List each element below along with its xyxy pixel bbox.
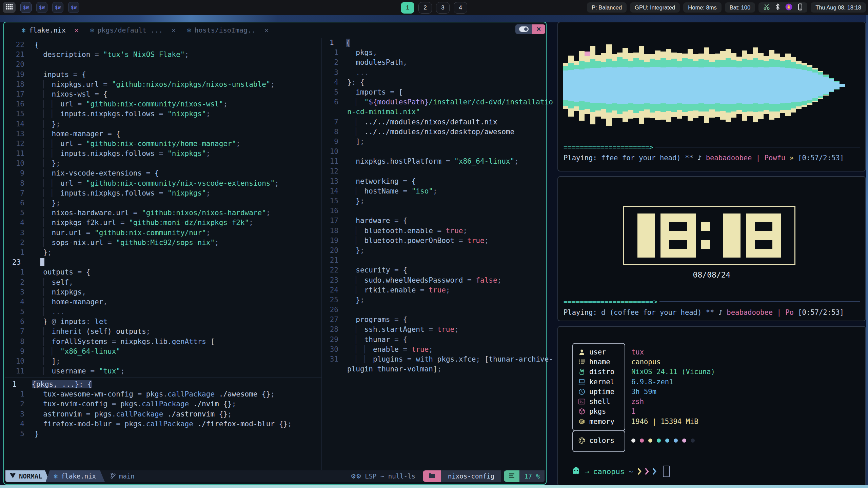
statusline: NORMAL ❄ flake.nix main ⚙⚙ LSP ~ null-l bbox=[5, 470, 545, 482]
vertical-split-divider[interactable] bbox=[321, 38, 322, 470]
fetch-label: user bbox=[589, 348, 606, 356]
code-line: 14 ▏ }; bbox=[9, 119, 320, 129]
date-label: 08/08/24 bbox=[558, 270, 865, 279]
code-line: 21 bbox=[327, 256, 546, 265]
app-launcher-button[interactable] bbox=[3, 2, 16, 13]
player-separator: =====================> bbox=[564, 143, 860, 151]
bluetooth-icon[interactable] bbox=[775, 3, 780, 12]
line-number: 3 bbox=[327, 68, 342, 78]
scissors-icon[interactable] bbox=[763, 3, 770, 12]
phone-icon[interactable] bbox=[798, 3, 803, 12]
line-number: 16 bbox=[327, 206, 342, 216]
palette-dots bbox=[631, 435, 695, 445]
window-close-button[interactable]: × bbox=[532, 24, 545, 34]
fetch-label: memory bbox=[589, 418, 614, 426]
code-pane-bottom[interactable]: 1{pkgs, ...}: {1 tux-awesome-wm-config =… bbox=[9, 380, 320, 439]
workspace-badge[interactable]: $W bbox=[68, 2, 79, 13]
status-pill: Home: 8ms bbox=[683, 2, 721, 13]
prompt-host: canopus bbox=[593, 467, 625, 476]
line-number: 14 bbox=[327, 186, 342, 196]
fetch-value-memory: 1946 | 15394 MiB bbox=[631, 416, 698, 426]
code-line: 25 }; bbox=[327, 295, 546, 305]
shell-prompt[interactable]: → canopus ~ bbox=[572, 466, 670, 477]
git-branch[interactable]: main bbox=[110, 472, 135, 480]
line-number bbox=[327, 107, 342, 117]
code-pane-right[interactable]: 1{1 pkgs,2 modulesPath,3 ...4}: {5 impor… bbox=[327, 38, 546, 374]
line-number: 22 bbox=[327, 265, 342, 275]
code-line: 7 ▏ ▏ inputs.nixpkgs.follows = "nixpkgs"… bbox=[9, 188, 320, 198]
tab-close-icon[interactable]: × bbox=[264, 26, 269, 34]
line-number: 4 bbox=[9, 419, 30, 429]
line-number: 7 bbox=[327, 117, 342, 127]
tab-pkgs-default-[interactable]: ❄pkgs/default ...× bbox=[90, 26, 176, 34]
line-number: 2 bbox=[9, 399, 30, 409]
tag-4[interactable]: 4 bbox=[454, 2, 467, 14]
chevron-icon bbox=[637, 468, 642, 475]
line-number: 9 bbox=[9, 347, 30, 357]
code-line: 31 ▏ ▏ plugins = with pkgs.xfce; [thunar… bbox=[327, 354, 546, 364]
file-segment[interactable]: ❄ flake.nix bbox=[46, 470, 105, 482]
line-number: 3 bbox=[9, 409, 30, 419]
code-line: 9 ]; bbox=[327, 137, 546, 147]
code-line: 11 ▏ username = "tux"; bbox=[9, 366, 320, 376]
fetch-value-shell: zsh bbox=[631, 397, 644, 407]
line-number: 29 bbox=[327, 335, 342, 345]
line-number: 18 bbox=[9, 80, 30, 89]
line-number: 26 bbox=[327, 305, 342, 315]
fetch-row-pkgs: pkgs bbox=[578, 407, 606, 416]
line-number: 11 bbox=[327, 157, 342, 166]
line-number: 4 bbox=[9, 218, 30, 228]
palette-dot bbox=[640, 439, 644, 443]
project-label: nixos-config bbox=[448, 472, 494, 480]
wallpaper-bottom-band bbox=[0, 485, 868, 488]
project-name-segment[interactable]: nixos-config bbox=[441, 470, 501, 482]
user-icon bbox=[578, 349, 586, 355]
line-number: 7 bbox=[9, 188, 30, 198]
top-bar-left: $W$W$W$W bbox=[3, 0, 79, 15]
horizontal-split-divider[interactable] bbox=[5, 377, 321, 378]
window-toggle-button[interactable] bbox=[515, 24, 532, 34]
code-line: 12 bbox=[327, 166, 546, 176]
code-line: 27 programs = { bbox=[327, 315, 546, 325]
fetch-value-pkgs: 1 bbox=[631, 407, 635, 416]
tab-hosts-isoImag-[interactable]: ❄hosts/isoImag..× bbox=[187, 26, 269, 34]
topbar-clock: Thu Aug 08, 18:18 bbox=[815, 4, 861, 11]
fetch-label: hname bbox=[589, 358, 610, 366]
file-label: flake.nix bbox=[61, 472, 96, 480]
fetch-row-memory: memory bbox=[578, 416, 614, 426]
palette-dot bbox=[648, 439, 652, 443]
flame-icon[interactable] bbox=[785, 3, 792, 12]
line-number bbox=[327, 364, 342, 374]
code-line: 3 ▏ nixpkgs, bbox=[9, 287, 320, 297]
line-number: 20 bbox=[327, 246, 342, 256]
workspace-badge[interactable]: $W bbox=[36, 2, 47, 13]
workspace-badge[interactable]: $W bbox=[52, 2, 63, 13]
tab-flake-nix[interactable]: ❄flake.nix× bbox=[22, 26, 79, 34]
terminal-cursor bbox=[663, 466, 670, 477]
clock-digit bbox=[701, 214, 710, 258]
tag-2[interactable]: 2 bbox=[418, 2, 432, 14]
code-pane-left[interactable]: 22{21 description = "tux's NixOS Flake";… bbox=[9, 40, 320, 376]
workspace-badge[interactable]: $W bbox=[20, 2, 32, 13]
code-line: 18 ▏ bluetooth.enable = true; bbox=[327, 226, 546, 236]
tab-close-icon[interactable]: × bbox=[172, 26, 176, 34]
line-number: 18 bbox=[327, 226, 342, 236]
code-line: 6 } @ inputs: let bbox=[9, 317, 320, 327]
tab-close-icon[interactable]: × bbox=[75, 26, 79, 34]
prompt-path: ~ bbox=[629, 467, 633, 476]
desktop: $W$W$W$W 1234 P: BalancedGPU: Integrated… bbox=[0, 0, 868, 488]
penguin-icon bbox=[578, 368, 586, 375]
laptop-icon bbox=[578, 379, 586, 385]
status-pill: P: Balanced bbox=[587, 2, 627, 13]
line-number: 19 bbox=[9, 70, 30, 80]
code-line: 17 hardware = { bbox=[327, 216, 546, 226]
project-folder-segment[interactable] bbox=[423, 470, 441, 482]
tag-3[interactable]: 3 bbox=[436, 2, 450, 14]
top-bar-right: P: BalancedGPU: IntegratedHome: 8msBat: … bbox=[587, 2, 866, 13]
line-number: 21 bbox=[9, 50, 30, 60]
code-line: 13 networking = { bbox=[327, 177, 546, 186]
palette-dot bbox=[674, 439, 678, 443]
code-line: 23 bbox=[9, 258, 320, 267]
tag-1[interactable]: 1 bbox=[401, 2, 414, 14]
clock-widget: Thu Aug 08, 18:18 bbox=[811, 2, 866, 13]
